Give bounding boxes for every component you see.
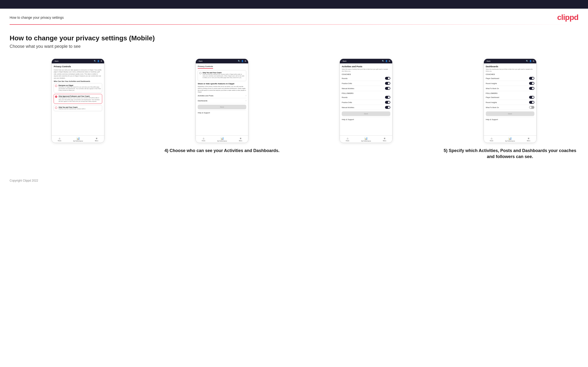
toggle-coaches-workon-switch-4[interactable] [529,87,534,90]
back-label-3: Back [343,60,346,62]
tab-home-4[interactable]: ⌂ Home [490,137,493,142]
toggle-coaches-insights-4: Round Insights [486,81,534,86]
phone-tabbar-2: ⌂ Home 📊 My Performance ≡ Menu [196,135,248,143]
phone-topbar-2: ‹ Back 🔍 👤 ⚙ [196,59,248,63]
tab-home-1[interactable]: ⌂ Home [58,137,61,142]
phone-content-2: Privacy Controls Only You and Your Coach… [196,63,248,135]
radio-only-you-coach [199,72,201,74]
person-icon-1[interactable]: 👤 [97,60,100,62]
phone-topbar-1: ‹ Back 🔍 👤 ⚙ [52,59,104,63]
show-hide-desc: Regardless of the privacy controls that … [198,86,246,93]
back-button-1[interactable]: ‹ Back [54,60,59,62]
activities-posts-desc: Select the types of activity that you'd … [342,68,390,72]
back-chevron-3: ‹ [342,60,342,62]
phone-tabbar-4: ⌂ Home 📊 My Performance ≡ Menu [484,135,536,143]
tab-home-2[interactable]: ⌂ Home [202,137,205,142]
home-label-3: Home [346,140,349,142]
player-dashboard-label-followers-4: Player Dashboard [486,97,499,98]
settings-icon-1[interactable]: ⚙ [101,60,102,62]
menu-label-1: Menu [95,140,98,142]
practice-label-followers-3: Practice Drills [342,102,352,103]
save-button-2[interactable]: Save [198,105,246,109]
caption-2: 4) Choose who can see your Activities an… [164,148,279,154]
toggle-coaches-insights-switch-4[interactable] [529,82,534,85]
search-icon-3[interactable]: 🔍 [382,60,384,62]
toggle-followers-rounds-switch-3[interactable] [385,96,390,99]
topbar-icons-4: 🔍 👤 ⚙ [526,60,534,62]
save-button-3[interactable]: Save [342,111,390,116]
performance-icon-2: 📊 [221,137,224,140]
tab-menu-4[interactable]: ≡ Menu [527,137,530,142]
toggle-followers-workon-switch-4[interactable] [529,106,534,109]
home-label-2: Home [202,140,205,142]
help-support-3: Help & Support [342,117,390,122]
toggle-followers-practice-switch-3[interactable] [385,101,390,104]
home-icon-3: ⌂ [347,137,348,140]
round-insights-label-coaches-4: Round Insights [486,83,497,84]
privacy-controls-tab-2[interactable]: Privacy Controls [198,65,213,69]
rounds-label-coaches-3: Rounds [342,78,347,79]
tab-menu-2[interactable]: ≡ Menu [239,137,242,142]
topbar-icons-1: 🔍 👤 ⚙ [94,60,102,62]
only-you-box: Only You and Your Coach Only you and the… [198,70,246,81]
search-icon-2[interactable]: 🔍 [238,60,240,62]
phone-mockup-2: ‹ Back 🔍 👤 ⚙ Privacy Controls [196,58,248,143]
save-button-4[interactable]: Save [486,111,534,116]
toggle-followers-player-switch-4[interactable] [529,96,534,99]
radio-only-you-title: Only You and Your Coach [59,106,85,108]
logo: clippd [557,13,578,22]
settings-icon-3[interactable]: ⚙ [389,60,390,62]
tab-performance-2[interactable]: 📊 My Performance [217,137,227,142]
privacy-controls-title-1: Privacy Controls [54,65,102,68]
footer: Copyright Clippd 2022 [0,174,588,187]
tab-menu-3[interactable]: ≡ Menu [383,137,386,142]
tab-home-3[interactable]: ⌂ Home [346,137,349,142]
search-icon-4[interactable]: 🔍 [526,60,528,62]
toggle-coaches-manual-switch-3[interactable] [385,87,390,90]
menu-item-dashboards[interactable]: Dashboards › [198,98,246,103]
toggle-followers-manual-switch-3[interactable] [385,106,390,109]
radio-only-you[interactable]: Only You and Your Coach Only you and the… [54,105,102,111]
back-button-4[interactable]: ‹ Back [486,60,491,62]
back-button-3[interactable]: ‹ Back [342,60,346,62]
screenshot-col-1: ‹ Back 🔍 👤 ⚙ Privacy Controls Control ho… [10,58,147,143]
tab-performance-3[interactable]: 📊 My Performance [361,137,371,142]
back-chevron-1: ‹ [54,60,54,62]
manual-label-followers-3: Manual Activities [342,107,354,108]
search-icon-1[interactable]: 🔍 [94,60,96,62]
toggle-followers-rounds-3: Rounds [342,95,390,100]
person-icon-3[interactable]: 👤 [385,60,388,62]
person-icon-2[interactable]: 👤 [241,60,244,62]
menu-label-2: Menu [239,140,242,142]
page-subtitle: Choose what you want people to see [10,44,578,49]
radio-only-you-desc: Only you and the coaches you connect wit… [59,108,85,110]
phone-content-1: Privacy Controls Control how you and you… [52,63,104,135]
only-you-coach-title: Only You and Your Coach [202,72,245,74]
topbar-icons-2: 🔍 👤 ⚙ [238,60,246,62]
tab-performance-1[interactable]: 📊 My Performance [73,137,83,142]
toggle-coaches-practice-switch-3[interactable] [385,82,390,85]
settings-icon-2[interactable]: ⚙ [245,60,246,62]
person-icon-4[interactable]: 👤 [529,60,532,62]
help-support-2: Help & Support [198,110,246,115]
menu-label-3: Menu [383,140,386,142]
phone-mockup-1: ‹ Back 🔍 👤 ⚙ Privacy Controls Control ho… [52,58,104,143]
toggle-coaches-player-4: Player Dashboard [486,76,534,81]
performance-label-1: My Performance [73,140,83,142]
menu-item-activities[interactable]: Activities and Posts › [198,93,246,98]
radio-approved-followers[interactable]: Only Approved Followers and Your Coach O… [54,94,102,103]
dashboards-label: Dashboards [198,100,207,102]
what-to-work-on-label-followers-4: What To Work On [486,107,499,108]
radio-everyone[interactable]: Everyone on Clippd Everyone on Clippd ca… [54,83,102,93]
settings-icon-4[interactable]: ⚙ [533,60,534,62]
tab-menu-1[interactable]: ≡ Menu [95,137,98,142]
phone-content-4: Dashboards Select the dashboards that yo… [484,63,536,135]
tab-performance-4[interactable]: 📊 My Performance [505,137,515,142]
topbar-icons-3: 🔍 👤 ⚙ [382,60,390,62]
radio-circle-everyone [55,85,57,87]
toggle-coaches-player-switch-4[interactable] [529,77,534,80]
toggle-followers-insights-switch-4[interactable] [529,101,534,104]
chevron-dashboards: › [246,100,246,102]
back-button-2[interactable]: ‹ Back [198,60,202,62]
toggle-coaches-rounds-switch-3[interactable] [385,77,390,80]
